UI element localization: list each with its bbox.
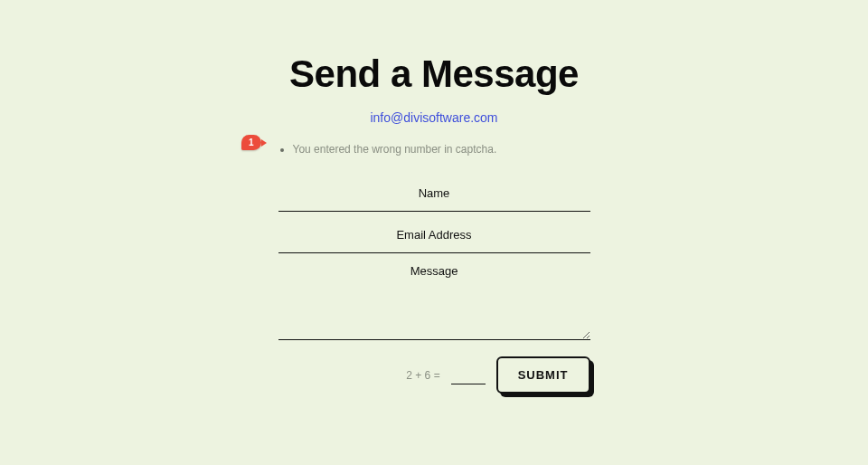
email-input[interactable] xyxy=(278,215,590,253)
contact-form-section: Send a Message info@divisoftware.com You… xyxy=(0,0,868,394)
captcha-numbers: 2 + 6 xyxy=(406,369,430,382)
message-textarea[interactable] xyxy=(278,257,590,340)
error-list: You entered the wrong number in captcha. xyxy=(278,143,590,156)
page-title: Send a Message xyxy=(289,52,579,96)
captcha-expression: 2 + 6 = xyxy=(406,369,439,382)
captcha-row: 2 + 6 = SUBMIT xyxy=(278,356,590,394)
captcha-equals: = xyxy=(434,369,440,382)
contact-email-link[interactable]: info@divisoftware.com xyxy=(370,110,497,125)
submit-button[interactable]: SUBMIT xyxy=(496,356,590,394)
captcha-input[interactable] xyxy=(451,365,486,384)
annotation-marker: 1 xyxy=(241,133,261,150)
contact-form: You entered the wrong number in captcha.… xyxy=(278,141,590,394)
error-message: You entered the wrong number in captcha. xyxy=(293,143,590,156)
name-input[interactable] xyxy=(278,174,590,212)
annotation-badge: 1 xyxy=(241,135,261,150)
